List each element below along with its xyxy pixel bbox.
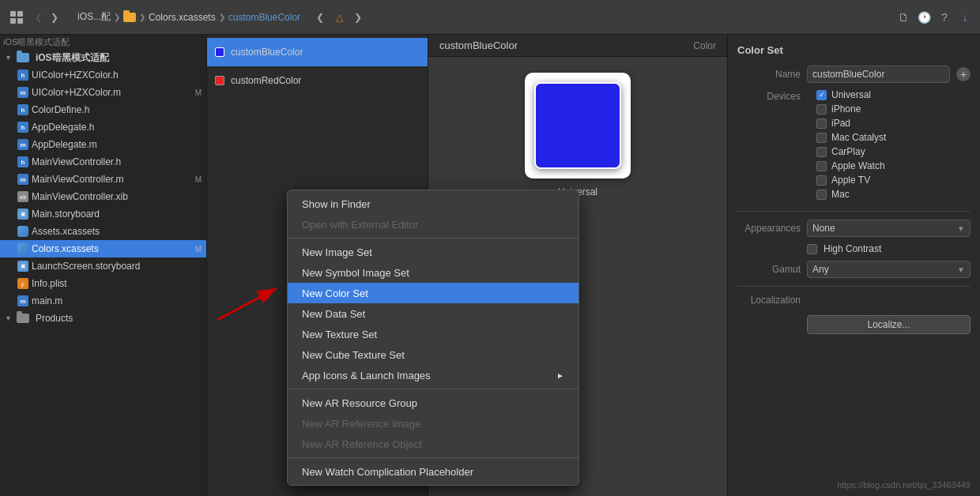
breadcrumb-sep1: ❯ — [114, 13, 120, 21]
sidebar-item-colordefine[interactable]: h ColorDefine.h — [0, 101, 206, 118]
checkbox-mac-catalyst[interactable] — [816, 133, 827, 143]
menu-new-texture-set[interactable]: New Texture Set — [288, 324, 579, 344]
group-arrow-icon: ▼ — [5, 314, 12, 322]
sidebar-file-name: AppDelegate.m — [32, 139, 97, 150]
sidebar-item-info-plist[interactable]: p Info.plist — [0, 275, 206, 292]
sidebar-item-mainvc-m[interactable]: m MainViewController.m M — [0, 171, 206, 188]
sidebar-products-name: Products — [36, 313, 73, 324]
menu-item-label: Open with External Editor — [302, 219, 418, 231]
checkbox-carplay[interactable] — [816, 147, 827, 157]
inspector-devices-row: Devices Universal iPhone iPad — [737, 89, 971, 203]
checkbox-mac[interactable] — [816, 190, 827, 200]
menu-item-label: New AR Resource Group — [302, 397, 417, 409]
menu-new-cube-texture-set[interactable]: New Cube Texture Set — [288, 344, 579, 365]
sidebar-item-mainvc-xib[interactable]: xib MainViewController.xib — [0, 188, 206, 205]
menu-item-label: New Data Set — [302, 308, 365, 320]
name-input[interactable] — [807, 66, 950, 83]
breadcrumb-item[interactable]: customBlueColor — [228, 12, 300, 23]
menu-new-color-set[interactable]: New Color Set — [288, 283, 579, 303]
menu-new-ar-reference-image: New AR Reference Image — [288, 413, 579, 434]
asset-item-red[interactable]: customRedColor — [207, 66, 428, 95]
high-contrast-row: High Contrast — [807, 243, 971, 254]
help-icon[interactable]: ? — [937, 10, 952, 24]
menu-new-ar-resource-group[interactable]: New AR Resource Group — [288, 393, 579, 413]
menu-new-image-set[interactable]: New Image Set — [288, 242, 579, 262]
menu-item-label: New Color Set — [302, 287, 368, 299]
menu-new-data-set[interactable]: New Data Set — [288, 303, 579, 324]
breadcrumb-file[interactable]: Colors.xcassets — [149, 12, 216, 23]
color-label: Color — [693, 40, 716, 51]
xcassets-icon — [17, 243, 28, 254]
sidebar-item-launch-storyboard[interactable]: ▣ LaunchScreen.storyboard — [0, 257, 206, 275]
menu-item-label: New Symbol Image Set — [302, 267, 409, 279]
sidebar-item-uicolor-h[interactable]: h UIColor+HZXColor.h — [0, 66, 206, 84]
nav-back-button[interactable]: ❮ — [32, 10, 46, 24]
sidebar-item-group[interactable]: ▼ iOS暗黑模式适配 — [0, 49, 206, 66]
device-ipad-label: iPad — [831, 118, 850, 129]
arrow-down-icon[interactable]: ↓ — [958, 10, 972, 24]
asset-item-name: customBlueColor — [231, 47, 303, 58]
gamut-select[interactable]: Any ▼ — [807, 261, 971, 278]
menu-new-watch-complication[interactable]: New Watch Complication Placeholder — [288, 461, 579, 482]
sidebar-item-uicolor-m[interactable]: m UIColor+HZXColor.m M — [0, 84, 206, 101]
checkbox-apple-tv[interactable] — [816, 175, 827, 186]
menu-sep3 — [288, 457, 579, 458]
checkbox-apple-watch[interactable] — [816, 161, 827, 171]
gamut-label: Gamut — [737, 264, 801, 275]
device-iphone: iPhone — [816, 103, 886, 115]
appearances-select[interactable]: None ▼ — [807, 220, 971, 237]
device-mac-catalyst-label: Mac Catalyst — [831, 132, 886, 143]
sidebar-item-appdelegate-h[interactable]: h AppDelegate.h — [0, 118, 206, 136]
menu-item-label: New AR Reference Image — [302, 418, 420, 430]
localization-label: Localization — [737, 295, 801, 306]
clock-icon[interactable]: 🕐 — [917, 10, 931, 24]
checkbox-iphone[interactable] — [816, 104, 827, 115]
add-name-button[interactable]: + — [956, 67, 971, 81]
folder-blue-icon — [17, 53, 29, 62]
context-menu: Show in Finder Open with External Editor… — [287, 190, 579, 486]
checkbox-ipad[interactable] — [816, 118, 827, 129]
device-mac-label: Mac — [831, 189, 850, 200]
menu-item-label: App Icons & Launch Images — [302, 370, 431, 381]
asset-item-blue[interactable]: customBlueColor — [207, 38, 428, 66]
name-label: Name — [737, 69, 801, 80]
sidebar-item-appdelegate-m[interactable]: m AppDelegate.m — [0, 136, 206, 153]
menu-new-ar-reference-object: New AR Reference Object — [288, 434, 579, 454]
nav-left-icon[interactable]: ❮ — [313, 10, 327, 24]
m-icon: m — [17, 295, 28, 306]
menu-sep2 — [288, 389, 579, 389]
toolbar: ❮ ❯ iOS...配 ❯ ❯ Colors.xcassets ❯ custom… — [0, 0, 980, 35]
breadcrumb-project[interactable]: iOS...配 — [77, 10, 111, 24]
badge-m: M — [195, 245, 202, 254]
badge-m: M — [195, 175, 202, 184]
sidebar-item-mainvc-h[interactable]: h MainViewController.h — [0, 153, 206, 171]
sidebar-item-assets[interactable]: Assets.xcassets — [0, 223, 206, 240]
submenu-arrow-icon: ► — [556, 371, 564, 380]
sidebar-file-name: MainViewController.m — [32, 174, 124, 185]
color-box-wrapper — [525, 73, 631, 178]
inspector-title: Color Set — [737, 44, 971, 56]
devices-section: Universal iPhone iPad Mac Catalyst — [816, 89, 886, 203]
nav-forward-button[interactable]: ❯ — [47, 10, 62, 24]
xcassets-icon — [17, 226, 28, 237]
sidebar-item-main-storyboard[interactable]: ▣ Main.storyboard — [0, 205, 206, 223]
breadcrumb: iOS...配 ❯ ❯ Colors.xcassets ❯ customBlue… — [77, 10, 300, 24]
localize-button[interactable]: Localize... — [807, 315, 971, 334]
menu-item-label: New Cube Texture Set — [302, 349, 405, 361]
storyboard-icon: ▣ — [17, 209, 28, 220]
sidebar-item-main-m[interactable]: m main.m — [0, 292, 206, 310]
checkbox-universal[interactable] — [816, 90, 827, 100]
device-mac: Mac — [816, 189, 886, 200]
nav-right-icon[interactable]: ❯ — [351, 10, 365, 24]
divider2 — [737, 286, 971, 287]
menu-show-in-finder[interactable]: Show in Finder — [288, 194, 579, 214]
file-icon[interactable]: 🗋 — [896, 10, 910, 24]
menu-new-symbol-image-set[interactable]: New Symbol Image Set — [288, 262, 579, 283]
menu-app-icons[interactable]: App Icons & Launch Images ► — [288, 365, 579, 385]
sidebar-item-products[interactable]: ▼ Products — [0, 310, 206, 327]
sidebar-file-name: UIColor+HZXColor.m — [32, 87, 121, 98]
menu-item-label: New Texture Set — [302, 329, 377, 340]
checkbox-high-contrast[interactable] — [807, 244, 817, 254]
sidebar-item-colors[interactable]: Colors.xcassets M — [0, 240, 206, 257]
grid-icon[interactable] — [8, 9, 25, 26]
